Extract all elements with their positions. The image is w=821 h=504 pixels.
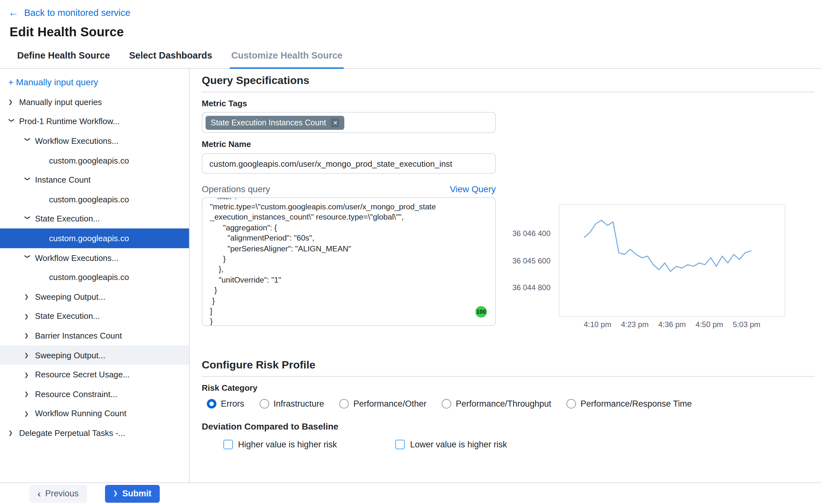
- chevron-right-icon[interactable]: ❯: [8, 430, 15, 436]
- tree-item-label: custom.googleapis.co: [49, 156, 129, 165]
- divider: [202, 92, 815, 92]
- tree-item[interactable]: ❯Sweeping Output...: [0, 345, 189, 365]
- footer-bar: ‹ Previous ❯ Submit: [0, 482, 821, 504]
- tree-item-label: State Execution...: [35, 311, 100, 321]
- metric-tag-chip-label: State Execution Instances Count: [211, 118, 326, 127]
- chevron-down-icon[interactable]: ❯: [25, 176, 31, 183]
- metric-name-label: Metric Name: [202, 139, 815, 149]
- risk-category-option[interactable]: Performance/Response Time: [566, 399, 692, 408]
- checkbox-icon[interactable]: [396, 439, 405, 449]
- tree-item[interactable]: ❯Resource Constraint...: [0, 384, 189, 404]
- deviation-label: Deviation Compared to Baseline: [202, 422, 815, 431]
- chevron-right-icon[interactable]: ❯: [24, 371, 31, 378]
- risk-category-option-label: Performance/Other: [354, 399, 427, 408]
- tree-item-label: Sweeping Output...: [35, 292, 105, 301]
- risk-category-option[interactable]: Performance/Throughput: [442, 399, 551, 408]
- page-header: ← Back to monitored service Edit Health …: [0, 0, 821, 39]
- radio-icon[interactable]: [442, 399, 451, 408]
- tree-item-label: Barrier Instances Count: [35, 331, 122, 340]
- chevron-right-icon[interactable]: ❯: [24, 391, 31, 397]
- tree-item[interactable]: ❯Workflow Running Count: [0, 404, 189, 423]
- tree-item-label: custom.googleapis.co: [49, 195, 129, 204]
- previous-button-label: Previous: [45, 489, 79, 498]
- tree-item[interactable]: custom.googleapis.co: [0, 228, 189, 248]
- checkbox-icon[interactable]: [223, 439, 233, 449]
- chevron-down-icon[interactable]: ❯: [25, 254, 31, 261]
- x-axis-tick-label: 5:03 pm: [727, 320, 766, 329]
- tab-select-dashboards[interactable]: Select Dashboards: [128, 48, 214, 68]
- chevron-down-icon[interactable]: ❯: [25, 215, 31, 222]
- add-manual-query-link[interactable]: + Manually input query: [0, 74, 189, 89]
- tree-item[interactable]: ❯Delegate Perpetual Tasks -...: [0, 423, 189, 443]
- page-title: Edit Health Source: [10, 25, 821, 39]
- y-axis-tick-label: 36 044 800: [497, 283, 551, 292]
- tree-item-label: Resource Secret Usage...: [35, 370, 130, 379]
- query-tree: ❯Manually input queries❯Prod-1 Runtime W…: [0, 92, 189, 443]
- tab-customize-health-source[interactable]: Customize Health Source: [230, 48, 344, 68]
- section-title-query-specifications: Query Specifications: [202, 74, 815, 88]
- chevron-left-icon: ‹: [38, 489, 41, 498]
- records-count-badge: 100: [475, 306, 487, 318]
- back-to-monitored-service-link[interactable]: Back to monitored service: [24, 8, 130, 18]
- chart-x-labels: 4:10 pm4:23 pm4:36 pm4:50 pm5:03 pm: [559, 320, 785, 329]
- deviation-checkboxes: Higher value is higher riskLower value i…: [223, 439, 815, 449]
- deviation-option[interactable]: Higher value is higher risk: [223, 439, 337, 449]
- tree-item[interactable]: ❯State Execution...: [0, 306, 189, 326]
- chevron-right-icon[interactable]: ❯: [24, 410, 31, 417]
- chevron-down-icon[interactable]: ❯: [25, 137, 31, 144]
- y-axis-tick-label: 36 045 600: [497, 256, 551, 265]
- tree-item[interactable]: ❯Manually input queries: [0, 92, 189, 112]
- submit-button[interactable]: ❯ Submit: [105, 485, 160, 502]
- chevron-right-icon[interactable]: ❯: [24, 352, 31, 358]
- tab-define-health-source[interactable]: Define Health Source: [16, 48, 111, 68]
- metric-name-input[interactable]: [202, 153, 496, 174]
- metric-chart: 36 046 40036 045 60036 044 800 4:10 pm4:…: [559, 204, 785, 317]
- tree-item[interactable]: ❯Instance Count: [0, 170, 189, 190]
- x-axis-tick-label: 4:23 pm: [616, 320, 654, 329]
- tree-item-label: Resource Constraint...: [35, 389, 117, 399]
- metric-tags-label: Metric Tags: [202, 99, 815, 108]
- tree-item[interactable]: ❯Workflow Executions...: [0, 131, 189, 151]
- radio-icon[interactable]: [260, 399, 269, 408]
- risk-category-option[interactable]: Infrastructure: [260, 399, 324, 408]
- radio-icon[interactable]: [340, 399, 349, 408]
- risk-category-option-label: Performance/Response Time: [580, 399, 692, 408]
- chevron-right-icon[interactable]: ❯: [24, 333, 31, 339]
- chevron-down-icon[interactable]: ❯: [9, 118, 15, 125]
- tree-item[interactable]: custom.googleapis.co: [0, 268, 189, 287]
- tree-item-label: Workflow Executions...: [35, 253, 119, 263]
- x-axis-tick-label: 4:50 pm: [690, 320, 728, 329]
- radio-selected-icon[interactable]: [207, 399, 216, 408]
- back-arrow-icon[interactable]: ←: [8, 8, 18, 18]
- x-axis-tick-label: 4:36 pm: [653, 320, 691, 329]
- previous-button[interactable]: ‹ Previous: [29, 485, 87, 502]
- risk-category-option[interactable]: Performance/Other: [340, 399, 427, 408]
- risk-category-option[interactable]: Errors: [207, 399, 244, 408]
- tree-item[interactable]: ❯Resource Secret Usage...: [0, 365, 189, 384]
- tree-item[interactable]: ❯Barrier Instances Count: [0, 326, 189, 345]
- tree-item[interactable]: custom.googleapis.co: [0, 190, 189, 209]
- risk-category-option-label: Infrastructure: [274, 399, 324, 408]
- operations-query-box[interactable]: "filter": "metric.type=\"custom.googleap…: [202, 197, 496, 326]
- risk-category-radios: ErrorsInfrastructurePerformance/OtherPer…: [202, 398, 815, 409]
- chart-line: [584, 220, 751, 271]
- chevron-right-icon[interactable]: ❯: [24, 313, 31, 319]
- chevron-right-icon[interactable]: ❯: [24, 293, 31, 300]
- chart-svg: [559, 205, 786, 318]
- tree-item-label: Instance Count: [35, 175, 91, 185]
- tree-item[interactable]: custom.googleapis.co: [0, 151, 189, 170]
- deviation-option[interactable]: Lower value is higher risk: [396, 439, 507, 449]
- chip-remove-icon[interactable]: ×: [331, 118, 340, 127]
- tree-item[interactable]: ❯State Execution...: [0, 209, 189, 228]
- view-query-link[interactable]: View Query: [450, 184, 496, 194]
- operations-query-text: "filter": "metric.type=\"custom.googleap…: [210, 197, 488, 326]
- tree-item[interactable]: ❯Workflow Executions...: [0, 248, 189, 268]
- chevron-right-icon[interactable]: ❯: [8, 99, 15, 105]
- metric-tags-input[interactable]: State Execution Instances Count ×: [202, 112, 496, 133]
- deviation-option-label: Higher value is higher risk: [238, 439, 337, 449]
- radio-icon[interactable]: [566, 399, 576, 408]
- tree-item-label: custom.googleapis.co: [49, 234, 129, 243]
- tree-item[interactable]: ❯Prod-1 Runtime Workflow...: [0, 112, 189, 131]
- risk-category-option-label: Errors: [221, 399, 244, 408]
- tree-item[interactable]: ❯Sweeping Output...: [0, 287, 189, 306]
